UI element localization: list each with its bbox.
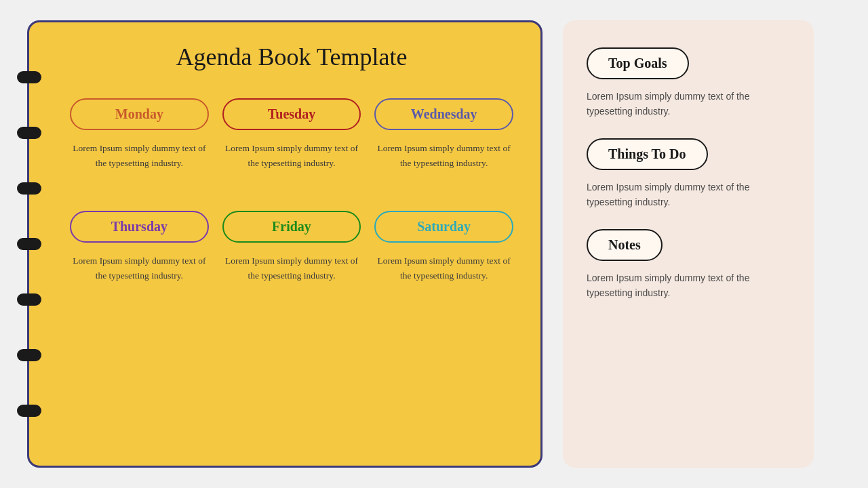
- day-column-saturday: Saturday Lorem Ipsum simply dummy text o…: [374, 211, 513, 283]
- top-goals-badge: Top Goals: [587, 47, 689, 79]
- day-column-thursday: Thursday Lorem Ipsum simply dummy text o…: [70, 211, 209, 283]
- left-panel: Agenda Book Template Monday Lorem Ipsum …: [27, 20, 542, 468]
- thursday-badge: Thursday: [70, 211, 209, 243]
- monday-text: Lorem Ipsum simply dummy text of the typ…: [70, 141, 209, 170]
- notes-text: Lorem Ipsum simply dummy text of the typ…: [587, 270, 790, 301]
- ring-6: [17, 349, 41, 361]
- tuesday-badge: Tuesday: [222, 98, 361, 130]
- ring-4: [17, 238, 41, 250]
- thursday-text: Lorem Ipsum simply dummy text of the typ…: [70, 253, 209, 283]
- ring-1: [17, 71, 41, 83]
- ring-5: [17, 293, 41, 306]
- main-container: Agenda Book Template Monday Lorem Ipsum …: [27, 20, 841, 468]
- friday-badge: Friday: [222, 211, 361, 243]
- day-column-wednesday: Wednesday Lorem Ipsum simply dummy text …: [374, 98, 513, 170]
- right-panel: Top Goals Lorem Ipsum simply dummy text …: [563, 20, 814, 468]
- spiral-rings: [17, 22, 41, 466]
- saturday-text: Lorem Ipsum simply dummy text of the typ…: [374, 253, 513, 283]
- ring-7: [17, 405, 41, 417]
- top-goals-section: Top Goals Lorem Ipsum simply dummy text …: [587, 47, 790, 119]
- friday-text: Lorem Ipsum simply dummy text of the typ…: [222, 253, 361, 283]
- notes-section: Notes Lorem Ipsum simply dummy text of t…: [587, 229, 790, 301]
- top-goals-text: Lorem Ipsum simply dummy text of the typ…: [587, 89, 790, 119]
- days-grid: Monday Lorem Ipsum simply dummy text of …: [70, 98, 513, 283]
- ring-3: [17, 182, 41, 195]
- ring-2: [17, 127, 41, 139]
- notes-badge: Notes: [587, 229, 663, 261]
- wednesday-text: Lorem Ipsum simply dummy text of the typ…: [374, 141, 513, 170]
- saturday-badge: Saturday: [374, 211, 513, 243]
- day-column-friday: Friday Lorem Ipsum simply dummy text of …: [222, 211, 361, 283]
- tuesday-text: Lorem Ipsum simply dummy text of the typ…: [222, 141, 361, 170]
- day-column-monday: Monday Lorem Ipsum simply dummy text of …: [70, 98, 209, 170]
- things-to-do-text: Lorem Ipsum simply dummy text of the typ…: [587, 180, 790, 210]
- monday-badge: Monday: [70, 98, 209, 130]
- day-column-tuesday: Tuesday Lorem Ipsum simply dummy text of…: [222, 98, 361, 170]
- things-to-do-section: Things To Do Lorem Ipsum simply dummy te…: [587, 138, 790, 210]
- page-title: Agenda Book Template: [70, 43, 513, 71]
- things-to-do-badge: Things To Do: [587, 138, 708, 170]
- wednesday-badge: Wednesday: [374, 98, 513, 130]
- row-divider: [70, 184, 513, 197]
